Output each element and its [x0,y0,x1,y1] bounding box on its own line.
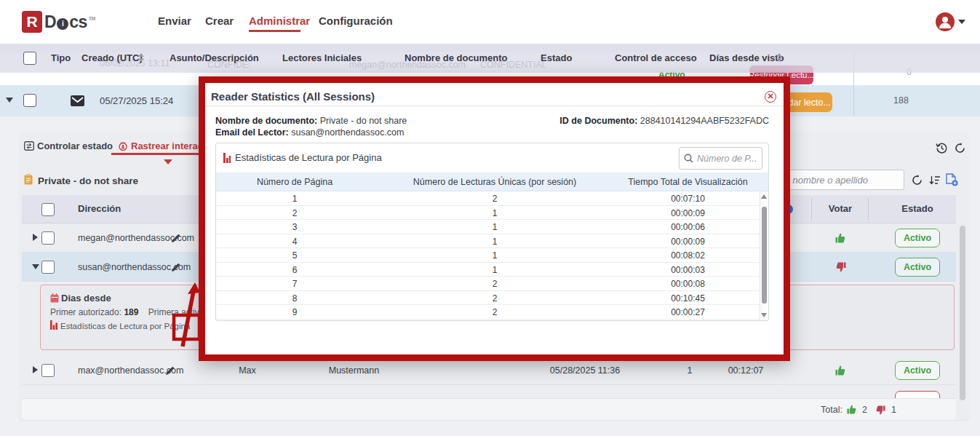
reader-visits: 1 [682,365,697,376]
bar-chart-icon [50,320,57,330]
row-checkbox[interactable] [23,94,36,107]
expand-caret-icon[interactable] [33,234,38,241]
reader-first-name: Max [233,365,262,376]
modal-doc-id: ID de Documento: 288410141294AABF5232FAD… [559,116,769,126]
reader-checkbox[interactable] [41,364,55,377]
reader-total-time: 00:12:07 [724,365,768,376]
document-icon [24,174,33,185]
sort-icon[interactable] [138,53,145,63]
stats-row[interactable]: 6 1 00:00:03 [216,263,760,277]
collapse-caret-icon[interactable] [6,98,13,103]
scroll-down-icon[interactable] [761,313,767,317]
stats-table-body: 1 2 00:07:10 2 1 00:00:09 3 1 00:00:06 [216,191,760,320]
column-divider [811,198,812,221]
active-tab-underline [111,153,208,155]
nav-crear[interactable]: Crear [205,15,234,27]
totals-label: Total: [821,405,842,415]
totals-down-count: 1 [891,405,896,415]
stats-row[interactable]: 3 1 00:00:06 [216,220,760,234]
select-all-checkbox[interactable] [23,52,36,65]
thumbs-up-icon [846,404,858,415]
totals-bar: Total: 2 1 [22,398,956,420]
stats-row[interactable]: 1 2 00:07:10 [216,191,760,206]
stats-panel: Estadísticas de Lectura por Página Númer… [215,143,769,321]
created-date: 05/27/2025 15:24 [100,95,173,106]
col-direccion[interactable]: Dirección [78,203,121,214]
reader-checkbox[interactable] [41,261,55,274]
stats-row[interactable]: 5 1 00:08:02 [216,248,760,263]
modal-close-icon[interactable]: ✕ [765,91,776,103]
col-estado-reader[interactable]: Estado [892,203,943,214]
stats-row[interactable]: 4 1 00:00:09 [216,234,760,249]
stats-row[interactable]: 8 2 00:10:45 [216,291,760,306]
col-nombre[interactable]: Nombre de documento [405,52,508,63]
status-active-button[interactable]: Activo [895,258,940,277]
modal-divider [205,106,784,106]
reader-statistics-modal: Reader Statistics (All Sessions) ✕ Nombr… [199,76,790,361]
col-tipo[interactable]: Tipo [51,52,71,63]
readers-select-all[interactable] [41,203,55,216]
edit-pencil-icon[interactable] [171,263,180,272]
history-icon[interactable] [936,142,948,154]
calendar-icon [50,293,59,303]
column-divider [853,85,854,116]
tab-controlar-estado[interactable]: Controlar estado [37,140,113,151]
sort-icon[interactable] [776,53,783,63]
col-votar[interactable]: Votar [822,203,859,214]
stats-row[interactable]: 2 1 00:00:09 [216,206,760,221]
col-lectores[interactable]: Lectores Iniciales [282,52,362,63]
col-page-number: Número de Página [216,177,373,187]
export-report-icon[interactable] [946,173,958,186]
col-unique-reads: Número de Lecturas Únicas (por sesión) [373,177,616,187]
col-total-time: Tiempo Total de Visualización [616,177,760,187]
document-table-header: Tipo Creado (UTC) Asunto/Descripción Lec… [0,44,980,73]
stats-per-page-label: Estadísticas de Lectura por Página [60,322,190,330]
sort-order-icon[interactable] [929,175,941,186]
col-asunto[interactable]: Asunto/Descripción [170,52,259,63]
thumbs-down-icon [875,405,886,416]
active-tab-caret [164,159,172,165]
brand-logo[interactable]: R [22,11,42,33]
edit-pencil-icon[interactable] [165,366,175,376]
days-since-title: Dias desde [61,293,111,304]
stats-panel-title: Estadísticas de Lectura por Página [235,152,382,163]
stats-scrollbar[interactable] [760,191,768,320]
nav-administrar[interactable]: Administrar [249,15,310,27]
stats-row[interactable]: 9 2 00:00:27 [216,305,760,320]
user-avatar[interactable] [936,12,955,31]
status-active-button[interactable]: Activo [895,361,940,380]
refresh-icon[interactable] [955,143,965,154]
col-creado[interactable]: Creado (UTC) [81,52,143,63]
scroll-thumb[interactable] [762,207,767,304]
col-estado[interactable]: Estado [541,52,572,63]
avatar-dropdown-caret[interactable] [958,20,965,24]
stats-row[interactable]: 7 2 00:00:08 [216,277,760,291]
status-active-button[interactable]: Activo [895,229,940,247]
reader-row-partial [22,386,956,398]
nav-enviar[interactable]: Enviar [158,15,191,27]
reader-last-name: Mustermann [323,365,385,376]
card-scrollbar[interactable] [960,226,965,400]
nav-configuracion[interactable]: Configuración [319,15,393,27]
edit-pencil-icon[interactable] [171,234,180,243]
scroll-up-icon[interactable] [761,194,767,199]
days-since-seen: 188 [893,95,909,106]
reader-checkbox[interactable] [41,231,55,245]
page-number-search[interactable]: Número de P... [679,147,762,170]
modal-doc-name: Nombre de documento: Private - do not sh… [215,116,407,126]
modal-title: Reader Statistics (All Sessions) [211,90,375,103]
thumbs-up-icon[interactable] [834,232,847,244]
modal-reader-email: Email del Lector: susan@northendassoc.co… [215,127,404,138]
person-icon [936,12,955,31]
col-dias[interactable]: Días desde visto [709,52,784,63]
email-type-icon [71,95,84,106]
thumbs-down-icon[interactable] [834,261,847,273]
expand-caret-icon[interactable] [33,366,38,373]
reload-icon[interactable] [912,175,923,186]
thumbs-up-icon[interactable] [834,365,847,376]
track-interactions-icon [118,141,128,151]
top-navbar: R DicsTM Enviar Crear Administrar Config… [0,0,980,44]
col-control[interactable]: Control de acceso [615,52,697,63]
stats-table-header: Número de Página Número de Lecturas Únic… [216,173,768,191]
collapse-caret-icon[interactable] [32,264,39,269]
